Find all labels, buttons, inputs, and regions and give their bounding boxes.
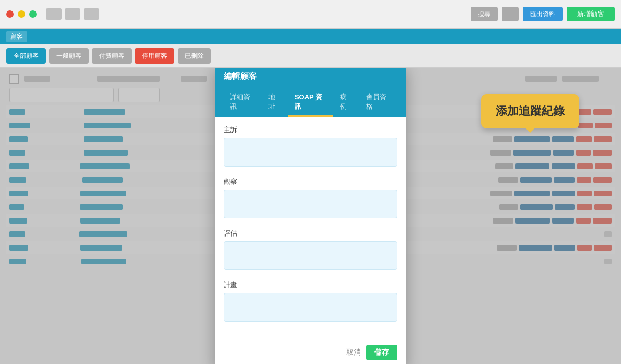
input-assessment[interactable] bbox=[224, 241, 397, 270]
tab-deleted[interactable]: 已刪除 bbox=[178, 48, 211, 64]
save-button[interactable]: 儲存 bbox=[366, 345, 397, 360]
tab-details[interactable]: 詳細資訊 bbox=[224, 88, 261, 117]
modal-overlay: 添加追蹤紀錄 編輯顧客 詳細資訊 地址 SOAP 資訊 病例 會員資格 主訴 觀… bbox=[0, 68, 621, 364]
export-button[interactable]: 匯出資料 bbox=[523, 7, 563, 21]
tab-soap[interactable]: SOAP 資訊 bbox=[288, 88, 333, 117]
modal-tabs: 詳細資訊 地址 SOAP 資訊 病例 會員資格 bbox=[215, 88, 406, 117]
tooltip-bubble: 添加追蹤紀錄 bbox=[481, 94, 579, 128]
modal-footer: 取消 儲存 bbox=[215, 340, 406, 365]
tab-icons bbox=[46, 8, 99, 20]
cancel-button[interactable]: 取消 bbox=[346, 348, 361, 357]
tab-case[interactable]: 病例 bbox=[334, 88, 359, 117]
table-area: 添加追蹤紀錄 編輯顧客 詳細資訊 地址 SOAP 資訊 病例 會員資格 主訴 觀… bbox=[0, 68, 621, 364]
small-button[interactable] bbox=[502, 7, 519, 21]
add-customer-button[interactable]: 新增顧客 bbox=[567, 7, 615, 21]
tab-bar: 全部顧客 一般顧客 付費顧客 停用顧客 已刪除 bbox=[0, 44, 621, 68]
tab-disabled[interactable]: 停用顧客 bbox=[135, 48, 174, 64]
modal-header: 編輯顧客 bbox=[215, 68, 406, 88]
tab-paid[interactable]: 付費顧客 bbox=[92, 48, 132, 64]
form-group-plan: 計畫 bbox=[224, 280, 397, 324]
label-plan: 計畫 bbox=[224, 280, 397, 290]
label-assessment: 評估 bbox=[224, 229, 397, 238]
tab-general[interactable]: 一般顧客 bbox=[49, 48, 89, 64]
input-observation[interactable] bbox=[224, 190, 397, 218]
tab-icon-3[interactable] bbox=[84, 8, 99, 20]
window-close-btn[interactable] bbox=[6, 10, 14, 18]
search-button[interactable]: 搜尋 bbox=[471, 7, 498, 21]
tab-icon-2[interactable] bbox=[65, 8, 80, 20]
tab-membership[interactable]: 會員資格 bbox=[360, 88, 397, 117]
tooltip-text: 添加追蹤紀錄 bbox=[496, 104, 565, 118]
input-plan[interactable] bbox=[224, 293, 397, 322]
window-maximize-btn[interactable] bbox=[29, 10, 37, 18]
window-minimize-btn[interactable] bbox=[18, 10, 25, 18]
form-group-complaint: 主訴 bbox=[224, 125, 397, 169]
tab-icon-1[interactable] bbox=[46, 8, 62, 20]
label-observation: 觀察 bbox=[224, 177, 397, 186]
modal-title: 編輯顧客 bbox=[224, 72, 257, 80]
tab-all[interactable]: 全部顧客 bbox=[6, 48, 46, 64]
top-bar-left bbox=[6, 8, 99, 20]
modal-body: 主訴 觀察 評估 計畫 bbox=[215, 117, 406, 340]
nav-bar: 顧客 bbox=[0, 29, 621, 44]
label-complaint: 主訴 bbox=[224, 125, 397, 135]
tab-address[interactable]: 地址 bbox=[262, 88, 287, 117]
top-bar: 搜尋 匯出資料 新增顧客 bbox=[0, 0, 621, 29]
top-bar-right: 搜尋 匯出資料 新增顧客 bbox=[471, 7, 615, 21]
form-group-assessment: 評估 bbox=[224, 229, 397, 272]
input-complaint[interactable] bbox=[224, 138, 397, 167]
nav-label: 顧客 bbox=[6, 31, 27, 42]
form-group-observation: 觀察 bbox=[224, 177, 397, 220]
modal-dialog: 編輯顧客 詳細資訊 地址 SOAP 資訊 病例 會員資格 主訴 觀察 bbox=[215, 68, 406, 364]
